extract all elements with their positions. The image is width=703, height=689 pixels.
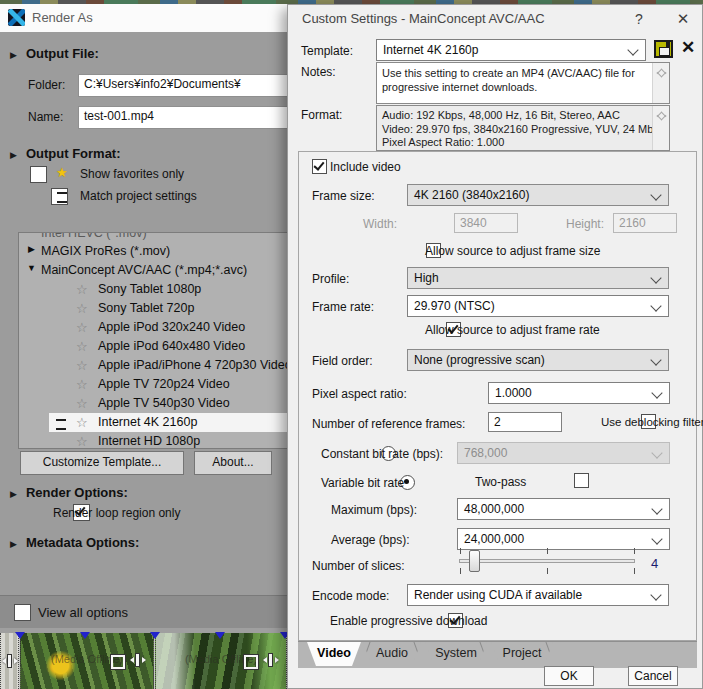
timeline-event-flower[interactable]: (Media Offline): [20, 633, 154, 689]
frame-size-label: Frame size:: [312, 189, 375, 203]
frame-size-combo[interactable]: 4K 2160 (3840x2160): [407, 184, 669, 206]
event-crop-icon[interactable]: [244, 655, 258, 669]
ref-frames-input[interactable]: 2: [488, 412, 562, 432]
event-trim-icon[interactable]: [3, 655, 17, 667]
include-video-checkbox[interactable]: [312, 159, 327, 174]
timeline-event-tree[interactable]: (Media Offline): [155, 633, 287, 689]
max-bps-combo[interactable]: 48,000,000: [457, 498, 670, 520]
height-label: Height:: [566, 217, 604, 231]
list-item[interactable]: ☆ Apple TV 540p30 Video: [19, 394, 290, 413]
tab-edge: [360, 642, 370, 668]
list-group-magix-prores[interactable]: ▶ MAGIX ProRes (*.mov): [19, 242, 290, 261]
tab-edge: [413, 642, 423, 668]
width-input[interactable]: 3840: [454, 213, 518, 233]
format-box: Audio: 192 Kbps, 48,000 Hz, 16 Bit, Ster…: [376, 105, 670, 151]
collapsed-arrow-icon[interactable]: ▶: [28, 244, 35, 254]
event-trim-icon[interactable]: [131, 654, 145, 666]
help-button[interactable]: ?: [626, 9, 652, 29]
view-all-options-checkbox[interactable]: [14, 604, 31, 621]
template-list[interactable]: Intel HEVC (*.mov) ▶ MAGIX ProRes (*.mov…: [18, 232, 290, 449]
show-favorites-checkbox[interactable]: [30, 166, 47, 183]
avg-bps-combo[interactable]: 24,000,000: [457, 528, 670, 550]
template-label: Template:: [301, 44, 353, 58]
name-input[interactable]: test-001.mp4: [78, 106, 290, 129]
cbr-combo[interactable]: 768,000: [457, 442, 670, 464]
profile-label: Profile:: [312, 272, 349, 286]
profile-combo[interactable]: High: [407, 267, 669, 289]
notes-scrollbar[interactable]: [652, 63, 669, 103]
encode-mode-label: Encode mode:: [312, 589, 389, 603]
slider-thumb[interactable]: [469, 550, 480, 572]
two-pass-checkbox[interactable]: [574, 473, 589, 488]
list-item[interactable]: ☆ Apple iPod 320x240 Video: [19, 318, 290, 337]
list-item-selected[interactable]: ☆ Internet 4K 2160p: [19, 413, 290, 432]
notes-box[interactable]: Use this setting to create an MP4 (AVC/A…: [376, 62, 670, 104]
close-icon[interactable]: ✕: [670, 9, 696, 29]
favorite-star-icon[interactable]: ☆: [76, 434, 88, 449]
customize-template-button[interactable]: Customize Template...: [20, 451, 184, 475]
list-item[interactable]: ☆ Apple iPod 640x480 Video: [19, 337, 290, 356]
chevron-down-icon: [651, 387, 662, 398]
slices-value: 4: [651, 556, 658, 571]
tab-edge: [545, 642, 555, 668]
favorite-star-icon[interactable]: ☆: [76, 320, 88, 335]
event-trim-icon[interactable]: [264, 654, 278, 666]
save-template-icon[interactable]: [654, 40, 673, 58]
favorite-star-icon[interactable]: ☆: [76, 282, 88, 297]
encode-mode-combo[interactable]: Render using CUDA if available: [407, 584, 669, 606]
list-item[interactable]: ☆ Internet HD 1080p: [19, 432, 290, 449]
frame-rate-combo[interactable]: 29.970 (NTSC): [407, 295, 669, 317]
tab-project[interactable]: Project: [491, 642, 553, 666]
favorite-star-icon[interactable]: ☆: [76, 415, 88, 430]
folder-input[interactable]: C:¥Users¥info2¥Documents¥: [78, 74, 290, 97]
list-item[interactable]: ☆ Sony Tablet 1080p: [19, 280, 290, 299]
chevron-down-icon: [650, 589, 661, 600]
width-label: Width:: [363, 217, 397, 231]
tab-video[interactable]: Video: [307, 642, 361, 666]
list-group-mainconcept[interactable]: ▼ MainConcept AVC/AAC (*.mp4;*.avc): [19, 261, 290, 280]
slices-slider[interactable]: [457, 548, 639, 574]
chevron-down-icon: [651, 447, 662, 458]
ok-button[interactable]: OK: [544, 666, 594, 686]
chevron-down-icon: [650, 272, 661, 283]
favorite-star-icon[interactable]: ☆: [76, 301, 88, 316]
timeline-event-partial[interactable]: [0, 633, 19, 689]
render-as-titlebar[interactable]: Render As: [0, 4, 290, 33]
favorite-star-icon[interactable]: ☆: [76, 358, 88, 373]
event-marker-icon: [80, 632, 90, 639]
expander-arrow-icon: ▶: [10, 150, 17, 160]
favorite-star-icon[interactable]: ☆: [76, 377, 88, 392]
tab-audio[interactable]: Audio: [363, 642, 421, 666]
pixel-aspect-combo[interactable]: 1.0000: [488, 382, 670, 404]
favorite-star-icon[interactable]: ☆: [76, 396, 88, 411]
render-options-section-header[interactable]: ▶Render Options:: [10, 483, 128, 501]
slider-track[interactable]: [459, 559, 635, 563]
about-button[interactable]: About...: [194, 451, 272, 475]
favorite-star-icon[interactable]: ☆: [76, 339, 88, 354]
field-order-combo[interactable]: None (progressive scan): [407, 349, 669, 371]
chevron-down-icon: [627, 44, 638, 55]
expanded-arrow-icon[interactable]: ▼: [27, 263, 36, 273]
frame-rate-label: Frame rate:: [312, 300, 374, 314]
output-file-section-header[interactable]: ▶Output File:: [10, 44, 99, 62]
chevron-down-icon: [651, 533, 662, 544]
list-item[interactable]: ☆ Apple TV 720p24 Video: [19, 375, 290, 394]
cancel-button[interactable]: Cancel: [628, 666, 678, 686]
height-input[interactable]: 2160: [613, 213, 677, 233]
tab-system[interactable]: System: [425, 642, 487, 666]
view-all-options-label: View all options: [38, 605, 128, 620]
list-item[interactable]: ☆ Sony Tablet 720p: [19, 299, 290, 318]
output-format-section-header[interactable]: ▶Output Format:: [10, 144, 121, 162]
match-project-icon: [57, 192, 67, 203]
template-combo[interactable]: Internet 4K 2160p: [376, 39, 646, 61]
dialog-titlebar[interactable]: Custom Settings - MainConcept AVC/AAC ? …: [288, 5, 702, 31]
delete-template-icon[interactable]: ✕: [681, 39, 695, 57]
app-logo-icon: [8, 9, 25, 26]
list-item[interactable]: ☆ Apple iPad/iPhone 4 720p30 Video: [19, 356, 290, 375]
format-scrollbar[interactable]: [652, 106, 669, 150]
max-bps-label: Maximum (bps):: [331, 503, 417, 517]
event-crop-icon[interactable]: [111, 655, 125, 669]
metadata-options-section-header[interactable]: ▶Metadata Options:: [10, 533, 139, 551]
allow-frame-size-label: Allow source to adjust frame size: [425, 244, 600, 258]
ref-frames-label: Number of reference frames:: [312, 417, 465, 431]
